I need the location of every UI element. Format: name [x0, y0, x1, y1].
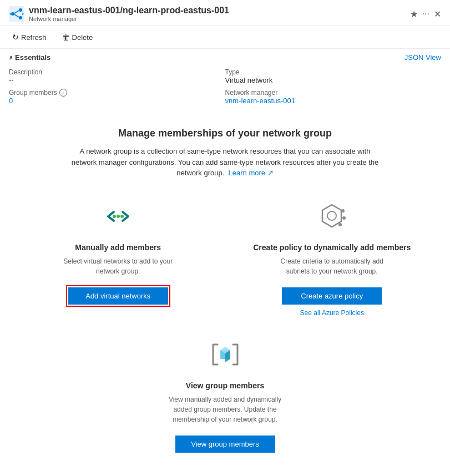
learn-more-link[interactable]: Learn more ↗ [226, 169, 274, 177]
svg-point-6 [113, 215, 116, 218]
create-azure-policy-button[interactable]: Create azure policy [282, 287, 382, 305]
essentials-header: ∧ Essentials JSON View [9, 53, 441, 62]
page-subtitle: Network manager [29, 16, 229, 22]
svg-point-8 [120, 215, 124, 218]
manually-desc: Select virtual networks to add to your n… [57, 256, 179, 276]
type-label: Type [225, 68, 442, 76]
refresh-label: Refresh [21, 33, 47, 42]
essentials-description: Description -- [9, 66, 225, 87]
svg-point-3 [19, 16, 22, 19]
delete-button[interactable]: 🗑 Delete [59, 31, 97, 44]
manually-icon-wrap [98, 196, 138, 236]
svg-point-2 [19, 8, 22, 12]
description-label: Description [9, 68, 225, 76]
favorite-icon[interactable]: ★ [410, 9, 418, 19]
manually-add-icon [99, 197, 138, 236]
type-value: Virtual network [225, 76, 442, 84]
policy-title: Create policy to dynamically add members [253, 243, 411, 252]
view-group-icon-wrap [205, 335, 245, 374]
group-members-info-icon[interactable]: i [59, 89, 67, 97]
essentials-grid: Description -- Type Virtual network Grou… [9, 66, 441, 107]
create-policy-icon [312, 197, 351, 236]
essentials-group-members: Group members i 0 [9, 87, 225, 107]
see-all-policies-link[interactable]: See all Azure Policies [300, 309, 364, 317]
group-members-value[interactable]: 0 [9, 97, 225, 105]
description-value: -- [9, 76, 225, 84]
close-icon[interactable]: ✕ [434, 9, 441, 19]
view-group-desc: View manually added and dynamically adde… [164, 394, 286, 424]
header-title-block: vnm-learn-eastus-001/ng-learn-prod-eastu… [29, 6, 229, 22]
page-title: vnm-learn-eastus-001/ng-learn-prod-eastu… [29, 6, 229, 16]
policy-icon-wrap [312, 196, 352, 236]
svg-point-11 [341, 209, 345, 212]
manage-title: Manage memberships of your network group [22, 128, 428, 139]
create-policy-card: Create policy to dynamically add members… [236, 196, 428, 317]
header-left: vnm-learn-eastus-001/ng-learn-prod-eastu… [9, 6, 229, 22]
chevron-icon[interactable]: ∧ [9, 54, 13, 60]
group-members-label: Group members i [9, 89, 225, 97]
essentials-type: Type Virtual network [225, 66, 442, 87]
svg-point-12 [342, 216, 346, 220]
cards-row: Manually add members Select virtual netw… [22, 196, 428, 317]
toolbar: ↻ Refresh 🗑 Delete [0, 26, 450, 49]
add-virtual-networks-button[interactable]: Add virtual networks [68, 287, 168, 305]
manage-description: A network group is a collection of same-… [70, 146, 381, 179]
network-manager-icon [9, 6, 24, 22]
manually-title: Manually add members [75, 243, 161, 252]
svg-point-7 [117, 215, 120, 218]
network-manager-label: Network manager [225, 89, 442, 97]
json-view-link[interactable]: JSON View [405, 53, 441, 62]
view-group-icon [205, 335, 245, 374]
essentials-section: ∧ Essentials JSON View Description -- Ty… [0, 49, 450, 114]
view-group-members-button[interactable]: View group members [175, 436, 275, 453]
view-group-title: View group members [186, 381, 264, 390]
refresh-button[interactable]: ↻ Refresh [9, 31, 50, 44]
header-actions: ★ ··· ✕ [410, 9, 441, 19]
more-options-icon[interactable]: ··· [422, 9, 429, 19]
main-content: Manage memberships of your network group… [0, 114, 450, 466]
view-group-members-card: View group members View manually added a… [22, 335, 428, 453]
svg-marker-9 [322, 205, 341, 227]
svg-point-10 [327, 211, 336, 220]
svg-point-13 [338, 223, 342, 226]
essentials-network-manager: Network manager vnm-learn-eastus-001 [225, 87, 442, 107]
delete-icon: 🗑 [62, 33, 70, 42]
essentials-title: ∧ Essentials [9, 53, 50, 62]
svg-point-1 [11, 12, 14, 16]
refresh-icon: ↻ [12, 33, 19, 42]
network-manager-value[interactable]: vnm-learn-eastus-001 [225, 97, 442, 105]
page-header: vnm-learn-eastus-001/ng-learn-prod-eastu… [0, 0, 450, 26]
manually-add-card: Manually add members Select virtual netw… [22, 196, 214, 317]
policy-desc: Create criteria to automatically add sub… [271, 256, 393, 276]
delete-label: Delete [72, 33, 93, 42]
